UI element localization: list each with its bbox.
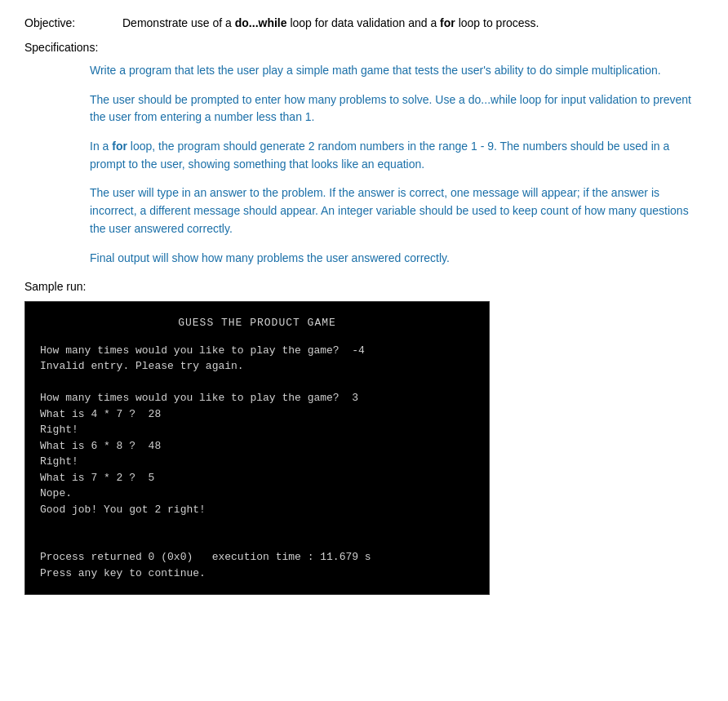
objective-section: Objective: Demonstrate use of a do...whi…	[24, 16, 704, 29]
sample-run-label: Sample run:	[24, 280, 704, 293]
bold-for: for	[440, 16, 455, 29]
specifications-section: Specifications: Write a program that let…	[24, 41, 704, 267]
terminal-title: GUESS THE PRODUCT GAME	[40, 315, 474, 331]
sample-run-section: Sample run: GUESS THE PRODUCT GAME How m…	[24, 280, 704, 595]
spec-item-3: In a for loop, the program should genera…	[90, 138, 704, 173]
objective-text: Demonstrate use of a do...while loop for…	[122, 16, 539, 29]
terminal-output: How many times would you like to play th…	[40, 343, 474, 582]
specifications-label: Specifications:	[24, 41, 704, 54]
bold-dowhile: do...while	[235, 16, 287, 29]
spec-items-list: Write a program that lets the user play …	[24, 62, 704, 267]
terminal-window: GUESS THE PRODUCT GAME How many times wo…	[24, 301, 490, 595]
for-keyword: for	[112, 140, 127, 153]
objective-label: Objective:	[24, 16, 98, 29]
spec-item-4: The user will type in an answer to the p…	[90, 184, 704, 237]
spec-item-2: The user should be prompted to enter how…	[90, 91, 704, 126]
spec-item-1: Write a program that lets the user play …	[90, 62, 704, 80]
spec-item-5: Final output will show how many problems…	[90, 250, 704, 268]
